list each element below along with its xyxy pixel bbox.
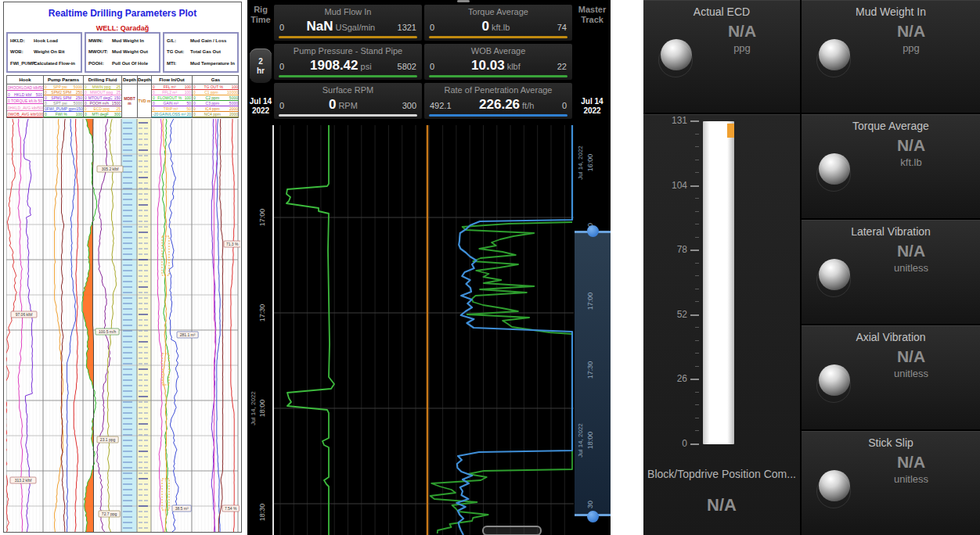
scale-row: 0C3 ppm5000 bbox=[193, 101, 239, 106]
scale-max: 50 bbox=[186, 106, 191, 111]
legend-desc: Weight On Bit bbox=[34, 49, 65, 55]
scale-label: HKLD klbf bbox=[14, 92, 32, 97]
master-track-date: Jul 14 2022 bbox=[574, 97, 611, 116]
master-tick-label: 17:30 bbox=[586, 361, 594, 379]
column-header: Hook bbox=[7, 76, 43, 84]
scale-row: 0TORQUE kft.lb50 bbox=[7, 98, 43, 104]
scale-max: 50 bbox=[186, 101, 191, 106]
drilling-parameters-plot-panel: Realtime Drilling Parameters Plot WELL: … bbox=[3, 2, 242, 533]
tile-torque-average: Torque AverageN/Akft.lb bbox=[802, 114, 980, 218]
scale-row: 0IC4 ppm2000 bbox=[193, 106, 239, 112]
card-title: Mud Weight In bbox=[802, 0, 980, 18]
gauge-minor-tick bbox=[695, 263, 699, 264]
legend-abbr: MWIN: bbox=[88, 38, 112, 44]
gauge-wob-average: WOB Average010.03klbf22 bbox=[424, 44, 572, 80]
gauge-title: Rate of Penetration Average bbox=[424, 83, 572, 95]
scale-row: 0SPP psi5000 bbox=[44, 84, 83, 90]
top-scroll-notch[interactable] bbox=[457, 0, 470, 2]
scale-label: GAIN/LOSS m³ bbox=[159, 112, 186, 117]
scale-max: 5000 bbox=[229, 101, 238, 106]
scale-min: 0 bbox=[45, 95, 47, 100]
scale-label: FLOWOUT % bbox=[157, 95, 182, 100]
horizontal-scrollbar[interactable] bbox=[482, 526, 542, 535]
gauge-value: 1908.42 bbox=[310, 58, 358, 73]
scale-min: 0 bbox=[8, 92, 10, 97]
gauge-max: 74 bbox=[557, 23, 567, 32]
tile-actual-ecd: Actual ECDN/Appg bbox=[643, 0, 800, 113]
status-orb-icon bbox=[819, 364, 850, 396]
gauge-title: Pump Pressure - Stand Pipe bbox=[274, 44, 422, 56]
legend-desc: Mud Temperature In bbox=[190, 61, 235, 66]
scale-min: 0 bbox=[85, 95, 87, 100]
legend-abbr: G/L: bbox=[167, 38, 190, 44]
master-date-label: Jul 14, 2022 bbox=[577, 423, 584, 458]
gauge-max: 5802 bbox=[398, 62, 416, 71]
scale-min: 0 bbox=[193, 90, 196, 95]
scale-min: 0 bbox=[153, 84, 155, 89]
gauge-minor-tick bbox=[695, 301, 699, 302]
gauge-value: NaN bbox=[306, 19, 333, 34]
selection-handle-bottom[interactable] bbox=[587, 511, 599, 522]
card-value: N/A bbox=[802, 242, 980, 260]
gauge-minor-tick bbox=[695, 275, 699, 276]
scale-row: 0SPT psi5000 bbox=[44, 101, 83, 106]
selection-handle-top[interactable] bbox=[587, 225, 599, 237]
card-title: Torque Average bbox=[802, 114, 980, 132]
svg-text:281.1 m³: 281.1 m³ bbox=[180, 332, 196, 337]
scale-row: 0GAIN m³50 bbox=[152, 101, 192, 106]
gauge-minor-tick bbox=[695, 418, 699, 418]
scale-label: HOOKLOAD klbf bbox=[10, 85, 40, 90]
gauge-minor-tick bbox=[695, 160, 699, 160]
gauge-range-bar bbox=[429, 75, 567, 77]
scale-max: 2000 bbox=[229, 106, 238, 111]
status-orb-icon bbox=[819, 259, 850, 290]
legend-column-1: MWIN:Mud Weight InMWOUT:Mud Weight OutPO… bbox=[85, 32, 160, 73]
master-track: Jul 14, 202216:003017:0017:30Jul 14, 202… bbox=[574, 122, 611, 535]
scale-label: FWI_PUMP gpm bbox=[47, 106, 76, 111]
scale-max: 20 bbox=[186, 112, 191, 117]
scale-label: SPP psi bbox=[53, 84, 67, 89]
svg-text:38.5 m³: 38.5 m³ bbox=[175, 506, 189, 511]
scale-max: 150 bbox=[114, 95, 121, 100]
gauge-center: 10.03klbf bbox=[434, 58, 557, 74]
scale-min: 0 bbox=[85, 112, 87, 117]
gauge-torque-average: Torque Average00kft.lb74 bbox=[424, 5, 572, 41]
gauge-minor-tick bbox=[695, 172, 699, 173]
card-value: N/A bbox=[802, 453, 980, 472]
svg-text:305.2 klbf: 305.2 klbf bbox=[102, 167, 119, 171]
gauge-max: 22 bbox=[557, 62, 567, 71]
svg-text:72.7 ppg: 72.7 ppg bbox=[102, 512, 117, 516]
scale-max: 5000 bbox=[229, 95, 238, 100]
rig-time-label: Rig Time bbox=[247, 5, 274, 25]
gauge-readout-row: 00RPM300 bbox=[279, 97, 416, 113]
scale-label: ECD ppg bbox=[93, 106, 109, 111]
scale-row: 0HOOKLOAD klbf500 bbox=[7, 84, 43, 91]
time-interval-button[interactable]: 2 hr bbox=[250, 48, 272, 83]
scale-max: 25 bbox=[116, 84, 121, 89]
master-track-label: Master Track bbox=[574, 5, 611, 25]
svg-text:7.54 %: 7.54 % bbox=[225, 506, 237, 511]
scale-max: 1500 bbox=[76, 106, 83, 111]
scale-max: 100 bbox=[185, 90, 191, 95]
realtime-strip-chart[interactable] bbox=[274, 125, 574, 535]
gauge-value: 10.03 bbox=[471, 58, 505, 73]
realtime-chart-panel: Rig Time 2 hr Jul 14 2022 Master Track J… bbox=[247, 0, 611, 535]
gauge-unit: kft.lb bbox=[492, 23, 510, 32]
scale-min: 0 bbox=[85, 101, 87, 106]
scale-label: TORQUE kft.lb bbox=[11, 99, 37, 103]
gauge-max: 0 bbox=[562, 101, 567, 110]
table-column-pump-params: Pump Params0SPP psi50000SPM2 SPM2500SPM1… bbox=[44, 76, 84, 117]
gauge-max: 1321 bbox=[398, 23, 416, 32]
legend-desc: Pull Out Of Hole bbox=[112, 61, 148, 66]
legend-desc: Total Gas Out bbox=[190, 49, 221, 55]
master-tick-label: 18:00 bbox=[586, 432, 594, 450]
gauge-major-tick bbox=[690, 379, 699, 380]
status-orb-icon bbox=[819, 153, 850, 185]
gauge-major-tick bbox=[690, 314, 699, 316]
time-axis-date: Jul 14 2022 bbox=[247, 97, 274, 116]
gauge-minor-tick bbox=[695, 340, 699, 341]
legend-desc: Mud Weight Out bbox=[112, 49, 148, 55]
tile-mud-weight-in: Mud Weight InN/Appg bbox=[802, 0, 980, 113]
gauge-center: NaNUSgal/min bbox=[284, 19, 397, 34]
scale-min: 0 bbox=[45, 101, 47, 106]
